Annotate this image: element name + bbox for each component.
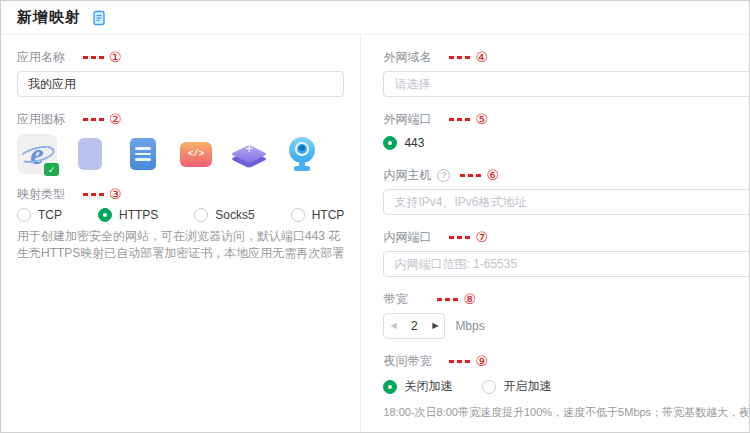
internal-port-label: 内网端口 [383,229,431,246]
domain-label: 外网域名 [383,49,431,66]
annotation-dash [83,56,104,59]
internal-host-label: 内网主机 [383,167,431,184]
app-icon-server[interactable] [123,134,163,174]
mapping-type-label: 映射类型 [17,186,65,203]
mapping-type-description: 用于创建加密安全的网站，可在浏览器访问，默认端口443 花生壳HTTPS映射已自… [17,228,344,262]
mobile-device-icon [78,138,102,170]
annotation-7: ⑦ [449,230,488,244]
annotation-dash [437,298,458,301]
annotation-number: ⑤ [475,112,488,126]
annotation-number: ① [109,50,122,64]
app-icon-code-window[interactable]: </> [176,134,216,174]
internal-host-input[interactable] [383,189,750,215]
radio-circle-icon [482,380,496,394]
annotation-dash [449,56,470,59]
internal-port-group: 内网端口 ⑦ [383,228,750,277]
radio-https[interactable]: HTTPS [98,208,158,222]
night-bandwidth-group: 夜间带宽 ⑨ 关闭加速 开启加速 18:00-次 [383,352,750,420]
annotation-number: ③ [109,187,122,201]
server-icon [130,138,156,170]
bandwidth-label: 带宽 [383,291,407,308]
annotation-number: ⑥ [486,168,499,182]
app-name-input[interactable] [17,71,344,97]
domain-select-placeholder: 请选择 [394,76,430,93]
external-port-option[interactable]: 443 [383,133,750,153]
external-port-group: 外网端口 ⑤ 443 [383,110,750,153]
increase-arrow-icon[interactable]: ▶ [432,313,438,339]
check-icon: ✓ [44,163,59,176]
annotation-4: ④ [449,50,488,64]
radio-circle-icon [383,380,397,394]
code-icon: </> [180,142,212,167]
mapping-type-group: 映射类型 ③ TCP HTTPS [17,185,344,262]
app-icon-row: e ✓ </> + [17,133,344,175]
bandwidth-stepper: ◀ 2 ▶ Mbps [383,313,750,339]
app-icon-mobile-device[interactable] [70,134,110,174]
annotation-9: ⑨ [449,354,488,368]
app-icon-switch-box[interactable]: + [229,134,269,174]
radio-circle-icon [291,208,305,222]
app-icon-group: 应用图标 ② e ✓ [17,110,344,175]
webcam-icon [287,137,317,171]
domain-select[interactable]: 请选择 [383,71,750,97]
radio-circle-icon [383,136,397,150]
page-title: 新增映射 [17,8,81,27]
annotation-number: ⑧ [463,292,476,306]
annotation-number: ⑨ [475,354,488,368]
annotation-dash [449,360,470,363]
annotation-1: ① [83,50,122,64]
radio-disable-acceleration[interactable]: 关闭加速 [383,378,452,395]
radio-socks5[interactable]: Socks5 [194,208,254,222]
radio-htcp[interactable]: HTCP [291,208,345,222]
app-name-group: 应用名称 ① [17,48,344,97]
annotation-8: ⑧ [437,292,476,306]
app-name-label: 应用名称 [17,49,65,66]
annotation-dash [449,236,470,239]
new-mapping-dialog: 新增映射 应用名称 ① [0,0,750,433]
radio-enable-acceleration[interactable]: 开启加速 [482,378,551,395]
bandwidth-unit: Mbps [455,319,484,333]
annotation-number: ⑦ [475,230,488,244]
switch-box-icon: + [230,138,268,170]
night-bandwidth-options: 关闭加速 开启加速 [383,378,750,395]
internal-port-input[interactable] [383,251,750,277]
annotation-3: ③ [83,187,122,201]
annotation-number: ④ [475,50,488,64]
annotation-number: ② [109,112,122,126]
annotation-dash [449,118,470,121]
annotation-dash [83,118,104,121]
bandwidth-group: 带宽 ⑧ ◀ 2 ▶ Mbps [383,290,750,339]
external-port-value: 443 [404,136,424,150]
radio-tcp[interactable]: TCP [17,208,62,222]
annotation-dash [460,174,481,177]
annotation-5: ⑤ [449,112,488,126]
night-bandwidth-note: 18:00-次日8:00带宽速度提升100%，速度不低于5Mbps；带宽基数越大… [383,405,750,420]
external-port-label: 外网端口 [383,111,431,128]
radio-circle-icon [194,208,208,222]
app-icon-webcam[interactable] [282,134,322,174]
radio-circle-icon [98,208,112,222]
mapping-type-options: TCP HTTPS Socks5 HTCP [17,208,344,222]
help-icon[interactable]: ? [437,169,450,182]
radio-circle-icon [17,208,31,222]
dialog-header: 新增映射 [1,1,749,35]
right-column: 外网域名 ④ 请选择 外网端口 ⑤ [360,35,750,432]
annotation-2: ② [83,112,122,126]
left-column: 应用名称 ① 应用图标 ② [1,35,360,432]
document-icon[interactable] [91,10,107,26]
bandwidth-value: 2 [411,319,418,333]
app-icon-ie-browser[interactable]: e ✓ [17,134,57,174]
domain-group: 外网域名 ④ 请选择 [383,48,750,97]
app-icon-label: 应用图标 [17,111,65,128]
decrease-arrow-icon[interactable]: ◀ [390,313,396,339]
annotation-dash [83,193,104,196]
internal-host-group: 内网主机 ? ⑥ [383,166,750,215]
night-bandwidth-label: 夜间带宽 [383,353,431,370]
annotation-6: ⑥ [460,168,499,182]
